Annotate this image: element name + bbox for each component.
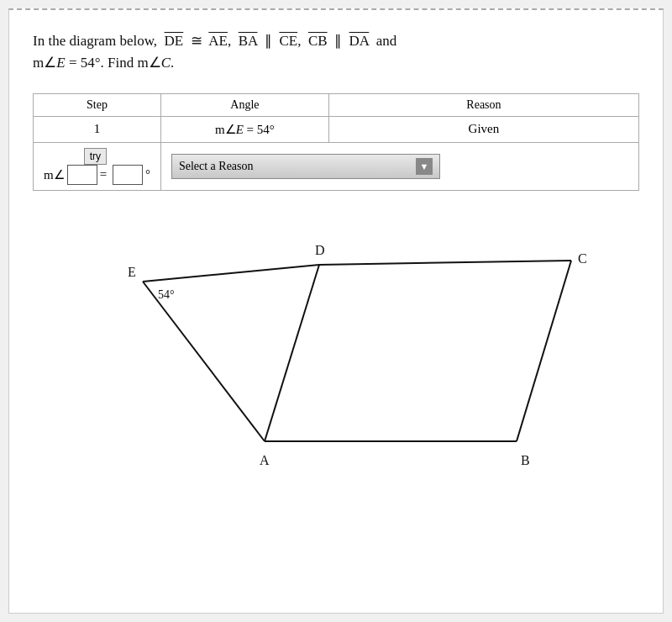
reason-dropdown[interactable]: Select a Reason ▼ bbox=[171, 154, 440, 179]
label-E: E bbox=[128, 265, 136, 279]
label-A: A bbox=[260, 453, 270, 467]
segment-DA-line bbox=[265, 265, 319, 441]
proof-table: Step Angle Reason 1 m∠E = 54° Given try … bbox=[33, 93, 639, 191]
table-row-try: try m∠ = ° Select a Reason ▼ bbox=[34, 142, 639, 190]
table-row: 1 m∠E = 54° Given bbox=[34, 116, 639, 142]
angle-letter-input[interactable] bbox=[67, 165, 97, 185]
reason-dropdown-label: Select a Reason bbox=[179, 160, 254, 173]
label-D: D bbox=[315, 243, 325, 257]
header-step: Step bbox=[34, 93, 161, 116]
problem-line1: In the diagram below, DE ≅ AE, BA ∥ CE, … bbox=[33, 33, 396, 49]
try-cell[interactable]: try m∠ = ° bbox=[34, 142, 161, 190]
segment-ED-line bbox=[143, 265, 319, 282]
segment-DC-line bbox=[319, 261, 571, 265]
segment-DA: DA bbox=[349, 33, 370, 49]
segment-CB: CB bbox=[308, 33, 328, 49]
segment-AE: AE bbox=[208, 33, 228, 49]
step-1-reason: Given bbox=[328, 116, 638, 142]
segment-BA: BA bbox=[239, 33, 258, 49]
step-1-number: 1 bbox=[34, 116, 161, 142]
angle-54-label: 54° bbox=[158, 288, 175, 301]
step-1-angle: m∠E = 54° bbox=[160, 116, 328, 142]
geometry-diagram: E D C A B 54° bbox=[50, 214, 622, 500]
reason-cell: Select a Reason ▼ bbox=[160, 142, 638, 190]
diagram-container: E D C A B 54° bbox=[33, 214, 639, 500]
segment-DE: DE bbox=[165, 33, 184, 49]
problem-statement: In the diagram below, DE ≅ AE, BA ∥ CE, … bbox=[33, 30, 639, 75]
segment-CE: CE bbox=[279, 33, 297, 49]
try-button[interactable]: try bbox=[84, 148, 107, 165]
segment-AE-line bbox=[143, 282, 265, 441]
label-B: B bbox=[521, 453, 530, 467]
header-reason: Reason bbox=[328, 93, 638, 116]
page: In the diagram below, DE ≅ AE, BA ∥ CE, … bbox=[8, 8, 664, 614]
segment-CB-line bbox=[517, 261, 571, 441]
problem-line2: m∠E = 54°. Find m∠C. bbox=[33, 55, 174, 71]
angle-value-input[interactable] bbox=[113, 165, 143, 185]
dropdown-arrow-icon[interactable]: ▼ bbox=[416, 158, 433, 175]
angle-input-group: m∠ = ° bbox=[44, 165, 150, 185]
label-C: C bbox=[578, 251, 587, 266]
header-angle: Angle bbox=[160, 93, 328, 116]
